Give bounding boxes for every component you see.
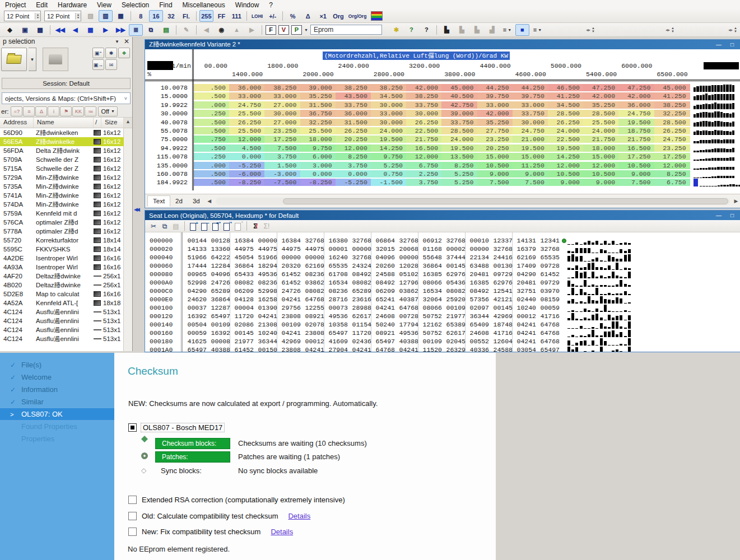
- map-cell[interactable]: 33.000: [371, 110, 407, 117]
- new-version-button[interactable]: ▣⁺: [92, 48, 104, 58]
- color-scale-button[interactable]: [369, 10, 384, 22]
- map-cell[interactable]: 16.500: [406, 144, 442, 152]
- map-cell[interactable]: 25.500: [229, 127, 265, 134]
- column-mode-button[interactable]: ▥: [99, 10, 113, 22]
- group-checkbox-icon[interactable]: [128, 423, 137, 432]
- map-cell[interactable]: 34.500: [548, 101, 584, 109]
- map-cell[interactable]: 27.000: [264, 101, 300, 109]
- map-cell[interactable]: 12.000: [654, 162, 690, 169]
- map-cell[interactable]: 1.500: [264, 162, 300, 169]
- map-cell[interactable]: 5.250: [441, 170, 477, 178]
- map-selection-toggle[interactable]: ≣: [129, 24, 143, 36]
- map-cell[interactable]: 27.000: [264, 119, 300, 126]
- map-cell[interactable]: 2.250: [406, 170, 442, 178]
- filter-list-button[interactable]: ≡: [23, 106, 35, 116]
- map-cell[interactable]: 38.250: [264, 84, 300, 91]
- map-cell[interactable]: 30.000: [264, 110, 300, 117]
- percent-button[interactable]: %: [286, 10, 300, 22]
- details-link[interactable]: Details: [288, 512, 310, 520]
- map-cell[interactable]: 34.500: [371, 92, 407, 100]
- context-help-button[interactable]: ?: [420, 24, 434, 36]
- map-list-row[interactable]: 56E5AZ膡dwinkelke16x12: [0, 137, 124, 146]
- map-cell[interactable]: 45.000: [654, 84, 690, 91]
- back-button[interactable]: ◀: [199, 24, 213, 36]
- map-cell[interactable]: -1.500: [371, 179, 407, 186]
- map-cell[interactable]: 36.000: [618, 101, 654, 109]
- map-cell[interactable]: 33.750: [406, 101, 442, 109]
- map-list-row[interactable]: 5715ASchwelle der Z16x12: [0, 164, 124, 173]
- map-cell[interactable]: 10.500: [548, 170, 584, 178]
- map-cell[interactable]: 47.250: [583, 84, 619, 91]
- map-cell[interactable]: 10.500: [477, 162, 513, 169]
- map-cell[interactable]: 41.250: [654, 92, 690, 100]
- map-cell[interactable]: 0.750: [371, 170, 407, 178]
- map-cell[interactable]: 0.000: [336, 170, 371, 178]
- remove-page-icon[interactable]: −: [199, 221, 210, 231]
- checkbox-icon[interactable]: [128, 512, 137, 520]
- map-cell[interactable]: 33.750: [513, 110, 548, 117]
- map-cell[interactable]: 15.000: [477, 153, 513, 160]
- map-cell[interactable]: 33.000: [229, 92, 265, 100]
- functions-button[interactable]: F: [266, 25, 276, 35]
- checksum-run-icon[interactable]: Σ!: [262, 221, 272, 231]
- map-cell[interactable]: 32.250: [654, 110, 690, 117]
- diff-page-icon[interactable]: '*: [222, 221, 232, 231]
- preview-window-button[interactable]: ⧉: [144, 24, 158, 36]
- font-size-spinner-2-arrows[interactable]: ▲▼: [75, 13, 81, 20]
- map-cell[interactable]: 26.250: [229, 119, 265, 126]
- hex-row[interactable]: 0000C00429065289062095299824726080820823…: [145, 287, 740, 296]
- minimize-icon[interactable]: —: [714, 212, 723, 218]
- map-cell[interactable]: 19.500: [618, 119, 654, 126]
- map-cell[interactable]: 39.750: [477, 92, 513, 100]
- nav-item-ols807-ok[interactable]: >OLS807: OK: [0, 408, 114, 420]
- original-view-button[interactable]: Org: [331, 10, 346, 22]
- map-cell[interactable]: 38.250: [406, 92, 442, 100]
- map-cell[interactable]: 9.000: [477, 170, 513, 178]
- view-preset-combo[interactable]: Eprom: [310, 25, 382, 35]
- map-list-row[interactable]: 5735AMin-Z膡dwinke16x12: [0, 182, 124, 191]
- map-cell[interactable]: 12.000: [229, 136, 265, 143]
- paste-icon[interactable]: ▤: [171, 221, 181, 231]
- map-cell[interactable]: 20.250: [336, 136, 371, 143]
- map-cell[interactable]: 28.500: [654, 119, 690, 126]
- map-cell[interactable]: 12.000: [548, 162, 584, 169]
- map-cell[interactable]: .250: [194, 153, 230, 160]
- map-cell[interactable]: .500: [194, 127, 230, 134]
- map-cell[interactable]: 14.250: [371, 144, 407, 152]
- map-cell[interactable]: 14.250: [548, 153, 584, 160]
- hex-row[interactable]: 0001600005916392001451024004241238086549…: [145, 329, 740, 338]
- map-cell[interactable]: 26.250: [336, 127, 371, 134]
- map-cell[interactable]: 47.250: [618, 84, 654, 91]
- up-button[interactable]: ▲: [230, 24, 244, 36]
- map-cell[interactable]: 33.000: [264, 92, 300, 100]
- map-cell[interactable]: -5.250: [336, 179, 371, 186]
- map-cell[interactable]: .000: [194, 101, 230, 109]
- width-float-button[interactable]: Fl.: [179, 10, 193, 22]
- map-list-row[interactable]: 4C124Ausflu遏ennlini513x1: [0, 307, 124, 316]
- hex-row[interactable]: 0001400050400109020862130800109020781035…: [145, 321, 740, 329]
- font-size-spinner-1[interactable]: 12 Point▲▼: [4, 11, 41, 21]
- map-cell[interactable]: 44.250: [513, 84, 548, 91]
- map-cell[interactable]: 28.500: [583, 110, 619, 117]
- map-cell[interactable]: 33.000: [513, 101, 548, 109]
- potentiometer-button[interactable]: ▤: [159, 24, 173, 36]
- binocular-button[interactable]: ◉: [215, 24, 229, 36]
- map-cell[interactable]: 16.500: [618, 144, 654, 152]
- map-cell[interactable]: 3.750: [406, 179, 442, 186]
- map-cell[interactable]: 18.000: [300, 136, 336, 143]
- nav-item-similar[interactable]: ✓Similar: [0, 396, 114, 408]
- equal-page-icon[interactable]: =*: [211, 221, 221, 231]
- statistics-button[interactable]: ▙: [440, 24, 454, 36]
- map-cell[interactable]: 33.750: [336, 101, 371, 109]
- menu-window[interactable]: Window: [230, 1, 264, 10]
- column-size[interactable]: Size: [101, 118, 124, 128]
- import-button[interactable]: [43, 48, 68, 71]
- map-cell[interactable]: 36.000: [336, 110, 371, 117]
- map-cell[interactable]: .500: [194, 119, 230, 126]
- status-button[interactable]: Checksum blocks:: [155, 438, 230, 449]
- magic-wand-button[interactable]: ✱: [389, 24, 403, 36]
- map-list-row[interactable]: 55720Korrekturfaktor18x14: [0, 236, 124, 245]
- map-cell[interactable]: .500: [194, 84, 230, 91]
- map-list-row[interactable]: 5709ASchwelle der Z16x12: [0, 155, 124, 164]
- nav-item-found-properties[interactable]: Found Properties: [0, 421, 114, 432]
